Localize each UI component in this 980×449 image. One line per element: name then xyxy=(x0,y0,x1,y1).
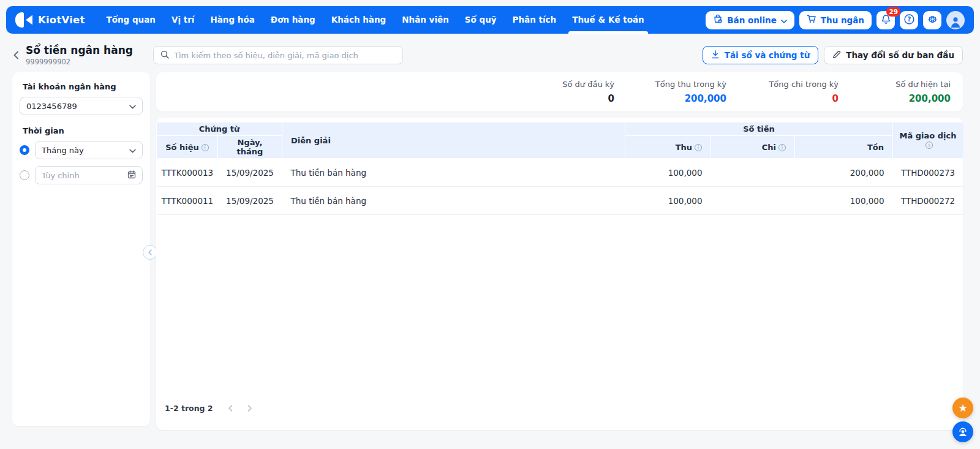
summary-current-balance: Số dư hiện tại 200,000 xyxy=(839,80,951,104)
nav-item-nhan-vien[interactable]: Nhân viên xyxy=(394,6,457,34)
col-ma-giao-dich: Mã giao dịchi xyxy=(893,123,963,159)
col-group-chung-tu: Chứng từ xyxy=(157,123,282,136)
help-button[interactable]: ? xyxy=(900,11,918,29)
col-ngay-thang: Ngày, tháng xyxy=(218,136,282,159)
chevron-down-icon xyxy=(129,102,136,111)
col-group-so-tien: Số tiền xyxy=(625,123,893,136)
account-number-subtitle: 9999999902 xyxy=(26,58,153,66)
time-preset-radio[interactable] xyxy=(20,145,29,155)
col-chi: Chii xyxy=(711,136,795,159)
kiotviet-logo: KiotViet xyxy=(15,12,85,28)
change-initial-balance-button[interactable]: Thay đổi số dư ban đầu xyxy=(824,46,963,64)
table-row[interactable]: TTTK000011 15/09/2025 Thu tiền bán hàng … xyxy=(157,187,963,215)
nav-item-so-quy[interactable]: Sổ quỹ xyxy=(457,6,505,34)
time-label: Thời gian xyxy=(23,126,143,135)
main-nav: Tổng quan Vị trí Hàng hóa Đơn hàng Khách… xyxy=(98,6,652,34)
nav-item-hang-hoa[interactable]: Hàng hóa xyxy=(202,6,262,34)
back-button[interactable] xyxy=(12,46,26,64)
thu-ngan-button[interactable]: Thu ngân xyxy=(799,11,872,29)
search-icon xyxy=(160,50,169,61)
pagination: 1-2 trong 2 xyxy=(165,404,252,413)
balance-summary-card: Số dư đầu kỳ 0 Tổng thu trong kỳ 200,000… xyxy=(156,72,963,111)
support-agent-icon xyxy=(957,425,969,439)
star-icon: ★ xyxy=(958,403,967,413)
filter-sidebar: Tài khoản ngân hàng 0123456789 Thời gian… xyxy=(12,72,150,426)
search-input[interactable] xyxy=(174,51,396,60)
calendar-icon xyxy=(127,170,136,181)
notification-badge: 29 xyxy=(886,7,900,17)
pagination-label: 1-2 trong 2 xyxy=(165,404,213,413)
info-icon[interactable]: i xyxy=(778,144,786,151)
download-icon xyxy=(711,50,720,61)
custom-date-input[interactable]: Tùy chỉnh xyxy=(35,166,143,184)
collapse-sidebar-button[interactable] xyxy=(143,245,157,260)
support-fab-button[interactable] xyxy=(952,421,973,442)
kiotviet-logo-icon xyxy=(15,12,32,28)
pagination-prev-button[interactable] xyxy=(228,405,233,412)
nav-item-vi-tri[interactable]: Vị trí xyxy=(164,6,203,34)
gear-icon xyxy=(927,14,938,26)
time-preset-select[interactable]: Tháng này xyxy=(35,141,143,159)
shop-bag-plus-icon xyxy=(713,14,723,26)
summary-total-out: Tổng chi trong kỳ 0 xyxy=(726,80,839,104)
nav-item-phan-tich[interactable]: Phân tích xyxy=(505,6,565,34)
rewards-fab-button[interactable]: ★ xyxy=(952,398,973,418)
info-icon[interactable]: i xyxy=(925,141,933,149)
info-icon[interactable]: i xyxy=(695,144,702,151)
ban-online-button[interactable]: Bán online xyxy=(706,11,794,29)
nav-item-don-hang[interactable]: Đơn hàng xyxy=(263,6,323,34)
settings-button[interactable] xyxy=(923,11,941,29)
help-icon: ? xyxy=(903,13,915,27)
user-icon xyxy=(949,15,962,29)
avatar[interactable] xyxy=(946,11,965,29)
page-title: Sổ tiền ngân hàng xyxy=(26,44,153,56)
transactions-table: Chứng từ Diễn giải Số tiền Mã giao dịchi… xyxy=(156,122,963,215)
summary-total-in: Tổng thu trong kỳ 200,000 xyxy=(614,80,726,104)
info-icon[interactable]: i xyxy=(202,144,209,151)
bank-account-select[interactable]: 0123456789 xyxy=(20,97,143,115)
top-navbar: KiotViet Tổng quan Vị trí Hàng hóa Đơn h… xyxy=(6,6,974,34)
chevron-down-icon xyxy=(129,146,136,155)
time-custom-radio[interactable] xyxy=(20,170,29,180)
col-dien-giai: Diễn giải xyxy=(282,123,625,159)
nav-item-thue-ke-toan[interactable]: Thuế & Kế toán xyxy=(564,6,652,34)
page-header: Sổ tiền ngân hàng 9999999902 Tải sổ và c… xyxy=(12,43,963,67)
col-so-hieu: Số hiệui xyxy=(157,136,218,159)
col-thu: Thui xyxy=(625,136,711,159)
search-input-wrap xyxy=(153,46,403,64)
svg-text:?: ? xyxy=(907,15,911,22)
brand-name: KiotViet xyxy=(38,14,85,26)
navbar-actions: Bán online Thu ngân 29 ? xyxy=(706,11,965,29)
notifications-button[interactable]: 29 xyxy=(876,11,895,29)
nav-item-tong-quan[interactable]: Tổng quan xyxy=(98,6,163,34)
table-row[interactable]: TTTK000013 15/09/2025 Thu tiền bán hàng … xyxy=(157,159,963,187)
chevron-down-icon xyxy=(781,15,787,25)
summary-opening-balance: Số dư đầu kỳ 0 xyxy=(502,80,614,104)
cart-icon xyxy=(807,14,816,26)
pencil-icon xyxy=(832,50,841,61)
col-ton: Tồn xyxy=(795,136,893,159)
transactions-table-card: Chứng từ Diễn giải Số tiền Mã giao dịchi… xyxy=(156,118,963,430)
nav-item-khach-hang[interactable]: Khách hàng xyxy=(323,6,394,34)
bank-account-label: Tài khoản ngân hàng xyxy=(23,82,143,91)
download-ledger-button[interactable]: Tải sổ và chứng từ xyxy=(703,46,819,64)
pagination-next-button[interactable] xyxy=(247,405,252,412)
